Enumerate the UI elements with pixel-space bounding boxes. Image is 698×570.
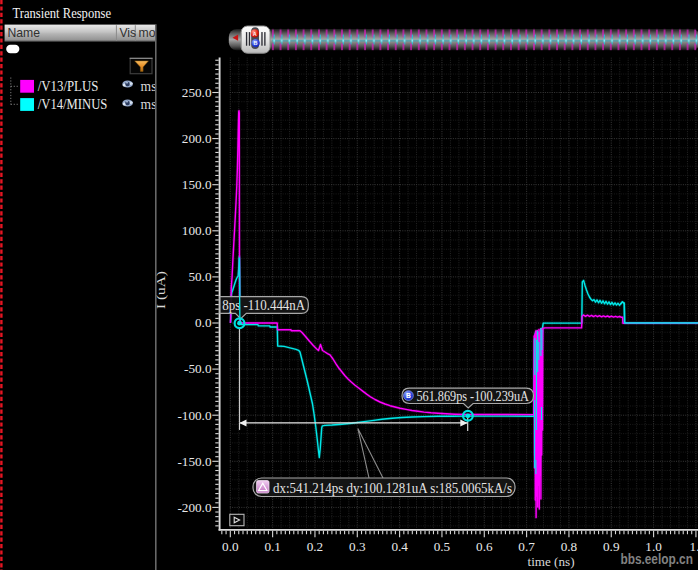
svg-text:0.6: 0.6 xyxy=(476,539,493,554)
svg-text:B: B xyxy=(254,40,258,46)
svg-text:Vis: Vis xyxy=(119,26,136,40)
svg-text:561.869ps -100.239uA: 561.869ps -100.239uA xyxy=(416,389,529,404)
svg-text:time (ns): time (ns) xyxy=(528,554,575,569)
svg-text:0.1: 0.1 xyxy=(264,539,280,554)
svg-text:ms: ms xyxy=(141,79,157,94)
svg-text:Name: Name xyxy=(8,26,41,40)
svg-text:200.0: 200.0 xyxy=(182,131,212,146)
svg-text:0.9: 0.9 xyxy=(603,539,620,554)
svg-text:100.0: 100.0 xyxy=(182,223,212,238)
svg-text:0.7: 0.7 xyxy=(518,539,535,554)
svg-text:0.8: 0.8 xyxy=(561,539,578,554)
svg-text:A: A xyxy=(253,31,257,37)
svg-text:/V13/PLUS: /V13/PLUS xyxy=(38,79,99,94)
svg-text:-200.0: -200.0 xyxy=(177,500,211,515)
svg-text:0.2: 0.2 xyxy=(307,539,323,554)
svg-text:Transient Response: Transient Response xyxy=(13,6,112,21)
svg-text:B: B xyxy=(406,392,411,399)
svg-text:/V14/MINUS: /V14/MINUS xyxy=(38,97,108,112)
svg-text:ms: ms xyxy=(141,97,157,112)
svg-text:-150.0: -150.0 xyxy=(177,454,211,469)
svg-text:I (uA): I (uA) xyxy=(153,271,168,309)
svg-text:0.0: 0.0 xyxy=(195,315,212,330)
svg-text:8ps -110.444nA: 8ps -110.444nA xyxy=(222,298,305,313)
svg-text:0.3: 0.3 xyxy=(349,539,366,554)
svg-text:50.0: 50.0 xyxy=(188,269,211,284)
svg-text:0.4: 0.4 xyxy=(391,539,408,554)
svg-text:150.0: 150.0 xyxy=(182,177,212,192)
svg-text:0.0: 0.0 xyxy=(222,539,239,554)
svg-text:250.0: 250.0 xyxy=(182,85,212,100)
svg-text:-50.0: -50.0 xyxy=(184,361,212,376)
svg-text:dx:541.214ps dy:100.1281uA s:1: dx:541.214ps dy:100.1281uA s:185.0065kA/… xyxy=(273,481,512,496)
svg-text:bbs.eelop.cn: bbs.eelop.cn xyxy=(620,551,693,567)
svg-text:-100.0: -100.0 xyxy=(177,408,211,423)
svg-text:0.5: 0.5 xyxy=(434,539,451,554)
